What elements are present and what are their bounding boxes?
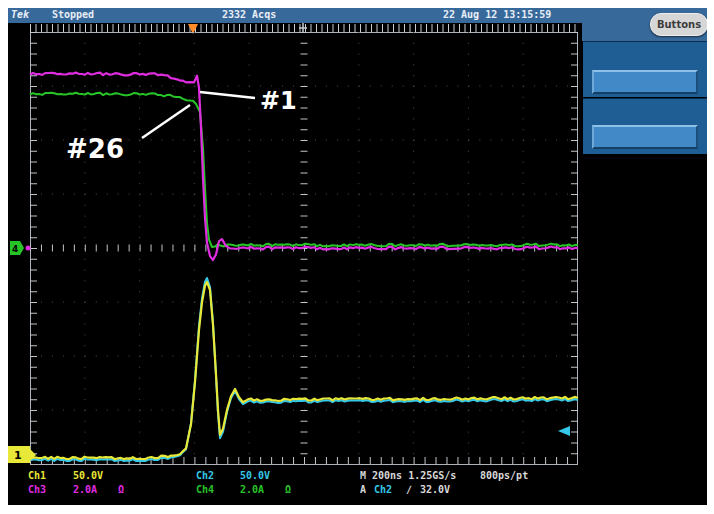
ch4-label: Ch4 (196, 484, 214, 495)
pulse1-leader-line (200, 92, 255, 98)
ch4-trace (30, 93, 578, 247)
ch1-scale: 50.0V (73, 470, 103, 481)
page: { "topbar": { "logo": "Tek", "status": "… (0, 0, 714, 514)
ch4-coupling: Ω (285, 484, 291, 495)
scope-display: 4 1 #1 #26 (8, 8, 707, 505)
oscilloscope-screen: Tek Stopped 2332 Acqs 22 Aug 12 13:15:59… (8, 8, 707, 505)
trigger-mode: A (360, 484, 366, 495)
ch3-scale: 2.0A (73, 484, 97, 495)
readout-row-2: Ch3 2.0A Ω Ch4 2.0A Ω A Ch2 ∕ 32.0V (8, 484, 707, 497)
ch3-position-marker (26, 246, 31, 251)
pulse26-annotation: #26 (66, 134, 124, 164)
ch3-trace (30, 73, 578, 261)
ch2-trace (30, 278, 578, 461)
trigger-level: 32.0V (420, 484, 450, 495)
trigger-source: Ch2 (374, 484, 392, 495)
ch4-scale: 2.0A (240, 484, 264, 495)
ch1-trace (30, 282, 578, 459)
readout-row-1: Ch1 50.0V Ch2 50.0V M 200ns 1.25GS/s 800… (8, 470, 707, 483)
ch3-coupling: Ω (118, 484, 124, 495)
ch3-label: Ch3 (28, 484, 46, 495)
ch4-position-marker: 4 (10, 241, 24, 255)
ch1-label: Ch1 (28, 470, 46, 481)
ch2-label: Ch2 (196, 470, 214, 481)
svg-text:1: 1 (14, 449, 22, 462)
svg-text:4: 4 (12, 244, 18, 254)
pulse1-annotation: #1 (260, 87, 297, 115)
timebase-readout: M 200ns 1.25GS/s (360, 470, 456, 481)
pulse26-leader-line (142, 105, 190, 138)
resolution-readout: 800ps/pt (480, 470, 528, 481)
ch2-offscreen-arrow-icon (558, 426, 570, 436)
trigger-slope-icon: ∕ (406, 484, 412, 495)
ch2-scale: 50.0V (240, 470, 270, 481)
